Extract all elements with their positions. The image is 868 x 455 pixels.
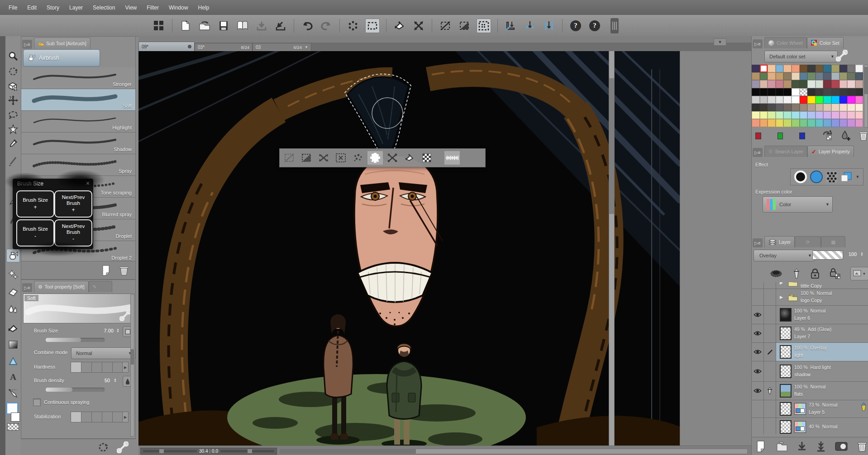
fill-button[interactable] bbox=[393, 19, 406, 33]
gradient-tool[interactable] bbox=[7, 338, 19, 351]
color-swatch[interactable] bbox=[752, 72, 760, 80]
brush-tool[interactable] bbox=[7, 155, 19, 167]
color-swatch[interactable] bbox=[839, 72, 848, 80]
move-tool[interactable] bbox=[7, 94, 19, 107]
color-swatch[interactable] bbox=[816, 88, 824, 96]
color-swatch[interactable] bbox=[831, 65, 839, 72]
layer-row-layer-6[interactable]: 100 % NormalLayer 6 bbox=[752, 306, 868, 324]
delete-subtool-trash-icon[interactable] bbox=[119, 265, 129, 276]
delete-color-trash-icon[interactable] bbox=[858, 130, 868, 141]
color-swatch[interactable] bbox=[752, 80, 760, 88]
add-color-icon[interactable] bbox=[840, 130, 851, 141]
color-swatch[interactable] bbox=[823, 80, 831, 88]
new-tone-button[interactable] bbox=[419, 151, 434, 165]
menu-item-edit[interactable]: Edit bbox=[22, 5, 42, 11]
brush-size-value[interactable]: 7.00 bbox=[94, 328, 114, 333]
color-swatch[interactable] bbox=[823, 72, 831, 80]
marquee-button[interactable] bbox=[365, 19, 380, 33]
tool-property-scrollbar[interactable] bbox=[130, 294, 134, 436]
sub-color-swatch[interactable] bbox=[11, 412, 20, 422]
continuous-spraying-checkbox[interactable] bbox=[33, 398, 41, 406]
color-swatch[interactable] bbox=[831, 104, 839, 111]
snap-grid-button[interactable] bbox=[542, 19, 556, 33]
ruler-tool[interactable] bbox=[7, 387, 19, 400]
color-swatch[interactable] bbox=[783, 96, 792, 104]
color-swatch[interactable] bbox=[752, 96, 760, 104]
color-swatch[interactable] bbox=[783, 88, 792, 96]
layer-mask-icon[interactable] bbox=[835, 442, 848, 451]
color-swatch[interactable] bbox=[847, 96, 855, 104]
settings-wrench-icon[interactable] bbox=[117, 441, 129, 453]
brush-detail-tab[interactable]: ✎ bbox=[89, 281, 112, 292]
color-swatch[interactable] bbox=[831, 88, 839, 96]
invert-selection-button[interactable] bbox=[458, 19, 471, 33]
brush-density-value[interactable]: 50 bbox=[97, 378, 110, 383]
color-swatch[interactable] bbox=[760, 111, 768, 119]
color-swatch[interactable] bbox=[855, 119, 863, 127]
color-swatch[interactable] bbox=[855, 104, 863, 111]
color-swatch[interactable] bbox=[792, 72, 800, 80]
color-swatch[interactable] bbox=[768, 88, 776, 96]
figure-tool[interactable] bbox=[7, 355, 19, 367]
color-swatch[interactable] bbox=[752, 119, 760, 127]
color-swatch[interactable] bbox=[839, 104, 848, 111]
color-swatch[interactable] bbox=[760, 72, 768, 80]
blend-mode-select[interactable]: Overlay▼ bbox=[754, 250, 815, 261]
reference-layer-button[interactable]: ▼ bbox=[850, 267, 868, 280]
delete-layer-trash-icon[interactable] bbox=[857, 441, 868, 452]
opacity-value[interactable]: 100 bbox=[845, 251, 857, 257]
import-button[interactable] bbox=[274, 19, 287, 33]
layer-thumbnail[interactable] bbox=[780, 308, 792, 322]
color-swatch[interactable] bbox=[823, 119, 831, 127]
layer-row-flats[interactable]: 100 % Normalflats bbox=[752, 382, 868, 400]
color-swatch[interactable] bbox=[800, 104, 808, 111]
color-swatch[interactable] bbox=[823, 88, 831, 96]
layer-row-content[interactable]: 49 % Add (Glow)Layer 7 bbox=[776, 324, 868, 342]
effect-more-icon[interactable]: ▼ bbox=[856, 175, 860, 179]
canvas-tab-menu-icon[interactable]: ▼ bbox=[305, 45, 308, 49]
layer-row-unnamed[interactable]: 40 % Normal bbox=[752, 418, 868, 434]
layer-row-layer-7[interactable]: 49 % Add (Glow)Layer 7 bbox=[752, 324, 868, 343]
layer-property-tab[interactable]: ✓ Layer Property bbox=[807, 146, 854, 157]
search-layer-tab[interactable]: ☉ Search Layer bbox=[764, 146, 807, 157]
layer-color-thumbnail[interactable] bbox=[794, 403, 806, 415]
color-swatch[interactable] bbox=[792, 119, 800, 127]
color-swatch[interactable] bbox=[847, 65, 855, 72]
color-swatch[interactable] bbox=[768, 111, 776, 119]
layer-row-content[interactable]: 100 % Hard lightshadow bbox=[776, 361, 868, 381]
canvas-tab-close-icon[interactable] bbox=[188, 45, 191, 48]
color-swatch[interactable] bbox=[752, 65, 760, 72]
color-swatch[interactable] bbox=[839, 65, 848, 72]
color-swatch[interactable] bbox=[847, 104, 855, 111]
save-file-button[interactable] bbox=[217, 19, 230, 33]
color-swatch[interactable] bbox=[783, 104, 792, 111]
halftone-icon[interactable] bbox=[826, 171, 837, 182]
layer-row-tittle-copy[interactable]: ▶100 % Normaltittle Copy bbox=[752, 282, 868, 289]
canvas-artwork[interactable] bbox=[138, 51, 680, 446]
scale-rotate-button[interactable] bbox=[367, 151, 383, 165]
layer-visibility-cell[interactable] bbox=[752, 382, 764, 400]
color-set-wrench-icon[interactable] bbox=[836, 50, 848, 62]
color-swatch[interactable] bbox=[839, 80, 848, 88]
border-selection-button[interactable] bbox=[477, 19, 491, 33]
layer-row-layer-5[interactable]: 73 % NormalLayer 5 bbox=[752, 400, 868, 418]
color-swatch[interactable] bbox=[760, 104, 768, 111]
decoration-tool[interactable] bbox=[7, 268, 19, 280]
color-swatch[interactable] bbox=[855, 96, 863, 104]
color-swatch[interactable] bbox=[800, 96, 808, 104]
wrench-icon[interactable] bbox=[119, 309, 131, 321]
lock-transparent-icon[interactable] bbox=[830, 268, 840, 279]
color-swatch[interactable] bbox=[831, 72, 839, 80]
brush-size-palette-button-1[interactable]: Brush Size+ bbox=[16, 190, 54, 218]
color-swatch[interactable] bbox=[855, 111, 863, 119]
menu-item-filter[interactable]: Filter bbox=[142, 5, 164, 11]
menu-item-selection[interactable]: Selection bbox=[88, 5, 120, 11]
eyedropper-tool[interactable] bbox=[7, 137, 19, 150]
color-swatch[interactable] bbox=[839, 96, 848, 104]
color-swatch[interactable] bbox=[783, 80, 792, 88]
snap-special-button[interactable] bbox=[523, 19, 537, 33]
color-swatch[interactable] bbox=[807, 111, 816, 119]
quick-color-swatch[interactable] bbox=[755, 133, 761, 139]
color-swatch[interactable] bbox=[839, 111, 848, 119]
color-swatch[interactable] bbox=[831, 96, 839, 104]
